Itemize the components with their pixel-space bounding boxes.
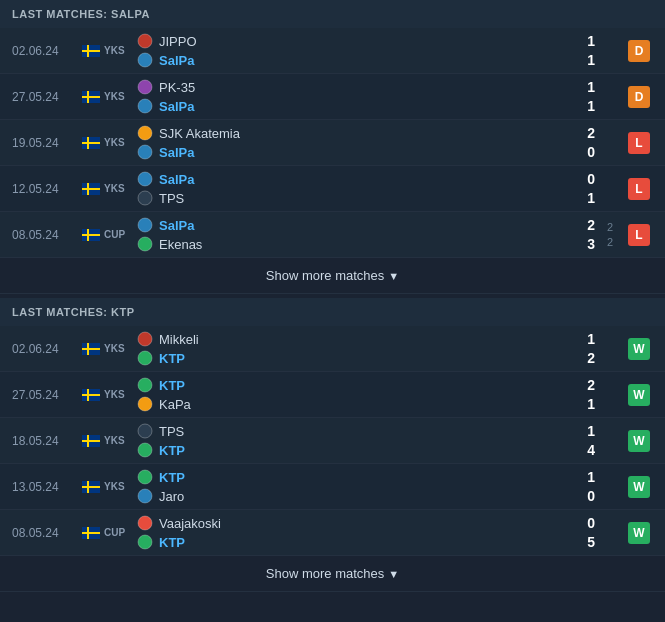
team-row-away: Ekenas	[137, 236, 535, 252]
score-away: 1	[575, 98, 595, 114]
finland-flag-icon	[82, 343, 100, 355]
finland-flag-icon	[82, 229, 100, 241]
finland-flag-icon	[82, 137, 100, 149]
finland-flag-icon	[82, 481, 100, 493]
result-col: D	[625, 40, 653, 62]
score-home: 2	[575, 125, 595, 141]
team-name-away: Jaro	[159, 489, 184, 504]
team-name-home: Vaajakoski	[159, 516, 221, 531]
team-icon-home	[137, 125, 153, 141]
svg-point-3	[138, 99, 152, 113]
salpa-header: LAST MATCHES: SALPA	[0, 0, 665, 28]
table-row: 27.05.24 YKS PK-35 SalPa 1	[0, 74, 665, 120]
team-row-away: SalPa	[137, 98, 535, 114]
table-row: 12.05.24 YKS SalPa TPS 0	[0, 166, 665, 212]
team-name-away: TPS	[159, 191, 184, 206]
team-name-home: SJK Akatemia	[159, 126, 240, 141]
team-row-away: SalPa	[137, 144, 535, 160]
table-row: 18.05.24 YKS TPS KTP 1	[0, 418, 665, 464]
result-col: W	[625, 430, 653, 452]
salpa-show-more-text: Show more matches	[266, 268, 385, 283]
score-col: 2 1	[535, 377, 595, 412]
league-badge: YKS	[104, 45, 125, 56]
team-row-home: SalPa	[137, 217, 535, 233]
team-icon-home	[137, 33, 153, 49]
score-home: 1	[575, 469, 595, 485]
svg-point-12	[138, 378, 152, 392]
team-name-home: SalPa	[159, 172, 194, 187]
result-col: W	[625, 384, 653, 406]
team-col: SalPa TPS	[137, 171, 535, 206]
match-date: 19.05.24	[12, 136, 82, 150]
svg-point-7	[138, 191, 152, 205]
result-badge: L	[628, 224, 650, 246]
match-date: 18.05.24	[12, 434, 82, 448]
ktp-show-more[interactable]: Show more matches ▼	[0, 556, 665, 592]
league-col: CUP	[82, 527, 137, 539]
score-home: 1	[575, 33, 595, 49]
score-away: 0	[575, 488, 595, 504]
league-col: YKS	[82, 137, 137, 149]
finland-flag-icon	[82, 435, 100, 447]
team-name-home: TPS	[159, 424, 184, 439]
salpa-chevron-icon: ▼	[388, 270, 399, 282]
team-row-home: TPS	[137, 423, 535, 439]
score-home: 1	[575, 423, 595, 439]
score-away: 0	[575, 144, 595, 160]
team-col: KTP Jaro	[137, 469, 535, 504]
match-date: 08.05.24	[12, 526, 82, 540]
score-col: 2 3	[535, 217, 595, 252]
salpa-show-more[interactable]: Show more matches ▼	[0, 258, 665, 294]
score-away: 1	[575, 190, 595, 206]
league-col: YKS	[82, 435, 137, 447]
svg-point-6	[138, 172, 152, 186]
team-row-away: SalPa	[137, 52, 535, 68]
finland-flag-icon	[82, 45, 100, 57]
score-away: 4	[575, 442, 595, 458]
score-away: 2	[575, 350, 595, 366]
svg-point-19	[138, 535, 152, 549]
table-row: 19.05.24 YKS SJK Akatemia SalPa	[0, 120, 665, 166]
team-icon-home	[137, 377, 153, 393]
team-name-away: SalPa	[159, 53, 194, 68]
team-row-home: Mikkeli	[137, 331, 535, 347]
team-name-home: JIPPO	[159, 34, 197, 49]
svg-point-0	[138, 34, 152, 48]
league-col: YKS	[82, 45, 137, 57]
team-icon-home	[137, 79, 153, 95]
score-extra-col: 2 2	[595, 221, 625, 248]
team-col: KTP KaPa	[137, 377, 535, 412]
team-col: SJK Akatemia SalPa	[137, 125, 535, 160]
team-row-home: Vaajakoski	[137, 515, 535, 531]
result-badge: W	[628, 522, 650, 544]
score-home: 0	[575, 515, 595, 531]
team-icon-home	[137, 331, 153, 347]
team-icon-home	[137, 515, 153, 531]
table-row: 02.06.24 YKS Mikkeli KTP 1	[0, 326, 665, 372]
score-col: 1 1	[535, 33, 595, 68]
team-col: JIPPO SalPa	[137, 33, 535, 68]
result-col: W	[625, 522, 653, 544]
team-name-home: SalPa	[159, 218, 194, 233]
league-badge: YKS	[104, 183, 125, 194]
svg-point-11	[138, 351, 152, 365]
result-col: L	[625, 132, 653, 154]
team-icon-home	[137, 171, 153, 187]
match-date: 12.05.24	[12, 182, 82, 196]
team-row-home: SalPa	[137, 171, 535, 187]
team-name-home: KTP	[159, 378, 185, 393]
team-name-away: KTP	[159, 443, 185, 458]
team-col: SalPa Ekenas	[137, 217, 535, 252]
team-icon-away	[137, 534, 153, 550]
score-col: 2 0	[535, 125, 595, 160]
league-col: YKS	[82, 343, 137, 355]
score-col: 0 5	[535, 515, 595, 550]
score-col: 0 1	[535, 171, 595, 206]
team-name-away: KTP	[159, 535, 185, 550]
score-away: 1	[575, 396, 595, 412]
league-col: CUP	[82, 229, 137, 241]
match-date: 08.05.24	[12, 228, 82, 242]
match-date: 27.05.24	[12, 388, 82, 402]
match-date: 02.06.24	[12, 44, 82, 58]
ktp-section: LAST MATCHES: KTP 02.06.24 YKS Mikkeli K…	[0, 298, 665, 592]
